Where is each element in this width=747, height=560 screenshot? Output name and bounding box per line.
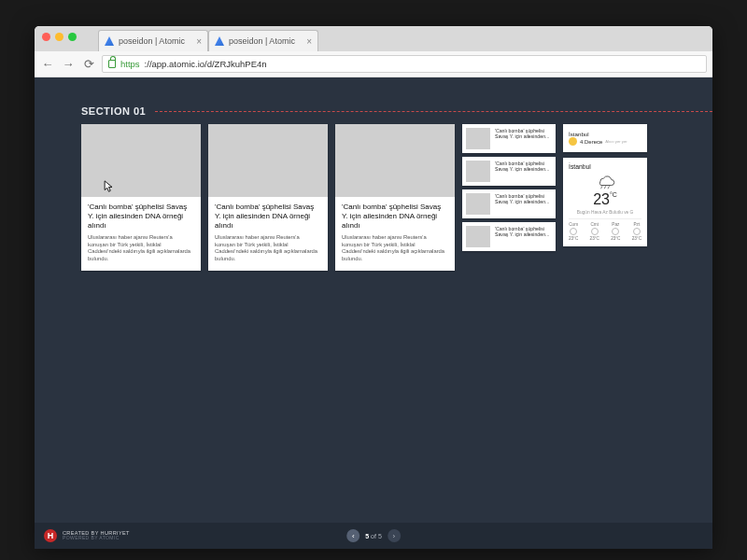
cursor-icon: [104, 180, 114, 193]
section-header: SECTION 01: [81, 105, 712, 117]
weather-widget-small[interactable]: İstanbul 4.Derece Akıcı yer yer: [563, 124, 647, 152]
forecast-day: Cmt 23°C: [590, 222, 599, 241]
section-title: SECTION 01: [81, 105, 146, 117]
pager: ‹ 5 of 5 ›: [346, 529, 401, 542]
browser-tab[interactable]: poseidon | Atomic ×: [208, 30, 318, 51]
article-card[interactable]: 'Canlı bomba' şüphelisi Savaş Y. için ai…: [81, 124, 201, 271]
weather-column: İstanbul 4.Derece Akıcı yer yer İstanbul: [563, 124, 647, 271]
forecast-icon: [591, 228, 599, 235]
article-card[interactable]: 'Canlı bomba' şüphelisi Savaş Y. için ai…: [335, 124, 455, 271]
forecast-day: Cum 23°C: [569, 222, 578, 241]
weather-small-text: İstanbul 4.Derece Akıcı yer yer: [569, 131, 627, 146]
tabs-container: poseidon | Atomic × poseidon | Atomic ×: [98, 30, 318, 51]
list-item[interactable]: 'Canlı bomba' şüphelisi Savaş Y. için ai…: [462, 189, 556, 218]
svg-line-0: [601, 186, 603, 189]
forecast-temp: 23°C: [632, 236, 641, 241]
card-description: Uluslararası haber ajansı Reuters'a konu…: [215, 234, 321, 262]
footer-bar: H CREATED BY HURRIYET POWERED BY ATOMIC …: [35, 523, 712, 549]
forecast-temp: 23°C: [569, 236, 578, 241]
section-divider: [155, 111, 712, 112]
url-scheme: https: [120, 59, 140, 69]
forecast-row: Cum 23°C Cmt 23°C Paz 23°C: [569, 218, 641, 241]
forecast-day-label: Paz: [612, 222, 619, 227]
forecast-icon: [633, 228, 641, 235]
list-item-text: 'Canlı bomba' şüphelisi Savaş Y. için ai…: [495, 226, 552, 247]
pager-of: of: [371, 533, 376, 539]
temp-value: 23: [593, 191, 610, 207]
cloud-rain-icon: [594, 173, 616, 189]
card-image-placeholder: [335, 124, 455, 197]
favicon-icon: [105, 36, 114, 46]
url-input[interactable]: https://app.atomic.io/d/ZRJkuhPE4n: [102, 55, 707, 73]
weather-city: İstanbul: [569, 131, 627, 137]
pager-current: 5: [365, 533, 369, 539]
minimize-window-button[interactable]: [55, 33, 63, 41]
thumb-placeholder: [466, 128, 490, 149]
weather-status: Bugün Hava Az Bulutlu ve G: [569, 210, 641, 215]
forecast-temp: 23°C: [590, 236, 599, 241]
list-item-text: 'Canlı bomba' şüphelisi Savaş Y. için ai…: [495, 161, 552, 182]
lock-icon: [108, 60, 116, 68]
tab-strip: poseidon | Atomic × poseidon | Atomic ×: [35, 26, 712, 51]
reload-button[interactable]: ⟳: [81, 57, 96, 71]
url-path: ://app.atomic.io/d/ZRJkuhPE4n: [145, 59, 267, 69]
forward-button[interactable]: →: [61, 57, 76, 71]
list-item[interactable]: 'Canlı bomba' şüphelisi Savaş Y. için ai…: [462, 222, 556, 251]
thumb-placeholder: [466, 226, 490, 247]
viewport: SECTION 01 'Canlı bomba' şüphelisi Savaş…: [35, 77, 712, 549]
tab-title: poseidon | Atomic: [229, 36, 302, 46]
thumb-placeholder: [466, 161, 490, 182]
browser-tab[interactable]: poseidon | Atomic ×: [98, 30, 208, 51]
tab-title: poseidon | Atomic: [119, 36, 191, 46]
temp-unit: °C: [610, 191, 617, 198]
list-item-text: 'Canlı bomba' şüphelisi Savaş Y. için ai…: [495, 193, 552, 215]
weather-city: İstanbul: [569, 163, 641, 170]
svg-line-2: [608, 186, 610, 189]
brand-badge: H: [44, 529, 57, 542]
card-title: 'Canlı bomba' şüphelisi Savaş Y. için ai…: [88, 203, 194, 231]
card-title: 'Canlı bomba' şüphelisi Savaş Y. için ai…: [342, 203, 448, 231]
forecast-day-label: Cmt: [591, 222, 599, 227]
pager-total: 5: [378, 533, 382, 539]
forecast-day-label: Cum: [569, 222, 578, 227]
weather-degree: 4.Derece: [580, 139, 602, 145]
close-window-button[interactable]: [42, 33, 50, 41]
list-item[interactable]: 'Canlı bomba' şüphelisi Savaş Y. için ai…: [462, 124, 556, 153]
close-tab-icon[interactable]: ×: [196, 36, 202, 47]
maximize-window-button[interactable]: [68, 33, 77, 41]
card-description: Uluslararası haber ajansı Reuters'a konu…: [88, 234, 194, 262]
weather-subtext: Akıcı yer yer: [605, 139, 627, 144]
forecast-day: Pzt 23°C: [632, 222, 641, 241]
address-bar: ← → ⟳ https://app.atomic.io/d/ZRJkuhPE4n: [35, 51, 712, 77]
card-row: 'Canlı bomba' şüphelisi Savaş Y. için ai…: [81, 124, 647, 271]
sun-icon: [569, 137, 577, 146]
card-body: 'Canlı bomba' şüphelisi Savaş Y. için ai…: [335, 197, 455, 271]
footer-text: CREATED BY HURRIYET POWERED BY ATOMIC: [63, 531, 130, 541]
close-tab-icon[interactable]: ×: [306, 36, 312, 47]
weather-temperature: 23°C: [569, 191, 641, 208]
card-body: 'Canlı bomba' şüphelisi Savaş Y. için ai…: [81, 197, 201, 271]
pager-next-button[interactable]: ›: [388, 529, 401, 542]
card-body: 'Canlı bomba' şüphelisi Savaş Y. için ai…: [208, 197, 328, 271]
thumb-placeholder: [466, 193, 490, 215]
footer-line2: POWERED BY ATOMIC: [63, 536, 130, 540]
window-controls: [42, 33, 77, 41]
card-image-placeholder: [81, 124, 201, 197]
forecast-day-label: Pzt: [634, 222, 641, 227]
pager-prev-button[interactable]: ‹: [346, 529, 359, 542]
footer-credit: H CREATED BY HURRIYET POWERED BY ATOMIC: [44, 529, 130, 542]
favicon-icon: [215, 36, 224, 46]
back-button[interactable]: ←: [40, 57, 55, 71]
card-image-placeholder: [208, 124, 328, 197]
forecast-temp: 23°C: [611, 236, 620, 241]
forecast-icon: [612, 228, 619, 235]
forecast-icon: [570, 228, 577, 235]
pager-status: 5 of 5: [365, 533, 382, 539]
small-items-column: 'Canlı bomba' şüphelisi Savaş Y. için ai…: [462, 124, 556, 271]
article-card[interactable]: 'Canlı bomba' şüphelisi Savaş Y. için ai…: [208, 124, 328, 271]
list-item[interactable]: 'Canlı bomba' şüphelisi Savaş Y. için ai…: [462, 157, 556, 186]
card-description: Uluslararası haber ajansı Reuters'a konu…: [342, 234, 448, 262]
weather-widget-large[interactable]: İstanbul 23°C Bugün Hava Az Bulutlu ve G…: [563, 158, 647, 246]
card-title: 'Canlı bomba' şüphelisi Savaş Y. için ai…: [215, 203, 321, 231]
svg-line-1: [604, 186, 606, 189]
